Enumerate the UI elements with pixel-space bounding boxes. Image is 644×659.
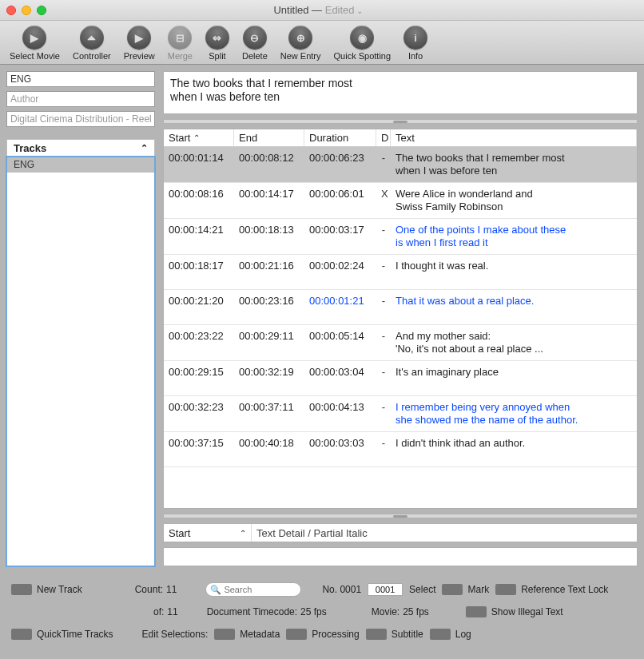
delete-button[interactable]: ⊖Delete: [237, 26, 272, 61]
of-label: of:: [153, 606, 164, 617]
log-button[interactable]: Log: [430, 629, 471, 640]
toolbar-label: Controller: [73, 51, 111, 61]
merge-button: ⊟Merge: [163, 26, 197, 61]
select-movie-button[interactable]: ▶Select Movie: [5, 26, 65, 61]
processing-icon: [286, 629, 307, 640]
track-item[interactable]: ENG: [7, 157, 154, 173]
table-row[interactable]: 00:00:01:1400:00:08:1200:00:06:23-The tw…: [164, 147, 637, 183]
cell-text: That it was about a real place.: [391, 295, 637, 308]
language-input[interactable]: ENG: [6, 71, 155, 87]
search-icon: 🔍: [210, 585, 221, 595]
cell-d: -: [376, 260, 391, 272]
film-icon: [11, 629, 32, 640]
ref-text-lock-button[interactable]: Reference Text Lock: [495, 584, 608, 595]
table-row[interactable]: 00:00:29:1500:00:32:1900:00:03:04-It's a…: [164, 361, 637, 396]
merge-icon: ⊟: [168, 26, 192, 50]
new-track-button[interactable]: New Track: [11, 584, 82, 595]
cell-duration: 00:00:06:01: [304, 188, 376, 200]
quicktime-tracks-button[interactable]: QuickTime Tracks: [11, 629, 113, 640]
doc-timecode-label: Document Timecode:: [207, 606, 297, 617]
metadata-button[interactable]: Metadata: [214, 629, 280, 640]
cell-start: 00:00:21:20: [164, 295, 234, 307]
cell-end: 00:00:21:16: [234, 260, 304, 272]
info-button[interactable]: iInfo: [399, 26, 432, 61]
cell-text: It's an imaginary place: [391, 366, 637, 379]
grid-body[interactable]: 00:00:01:1400:00:08:1200:00:06:23-The tw…: [164, 147, 637, 508]
cell-text: Were Alice in wonderland andSwiss Family…: [391, 188, 637, 213]
table-row[interactable]: 00:00:08:1600:00:14:1700:00:06:01XWere A…: [164, 183, 637, 219]
new-entry-button[interactable]: ⊕New Entry: [276, 26, 326, 61]
table-row[interactable]: 00:00:32:2300:00:37:1100:00:04:13-I reme…: [164, 396, 637, 432]
col-end[interactable]: End: [234, 129, 304, 146]
cell-duration: 00:00:01:21: [304, 295, 376, 307]
cell-d: -: [376, 295, 391, 307]
author-input[interactable]: Author: [6, 91, 155, 107]
col-d[interactable]: D: [376, 129, 391, 146]
preview-button[interactable]: ▶Preview: [119, 26, 160, 61]
chevron-down-icon[interactable]: ⌄: [356, 6, 363, 15]
number-input[interactable]: 0001: [368, 583, 403, 596]
cell-d: -: [376, 366, 391, 378]
minimize-icon[interactable]: [22, 6, 31, 15]
metadata-icon: [214, 629, 235, 640]
reel-id-input[interactable]: Digital Cinema Distribution - Reel ID: [6, 111, 155, 127]
table-row[interactable]: 00:00:18:1700:00:21:1600:00:02:24-I thou…: [164, 255, 637, 290]
detail-body[interactable]: [163, 547, 638, 566]
warning-icon: [466, 606, 487, 617]
controller-button[interactable]: ⏶Controller: [68, 26, 116, 61]
col-start[interactable]: Start⌃: [164, 129, 234, 146]
table-row[interactable]: 00:00:14:2100:00:18:1300:00:03:17-One of…: [164, 219, 637, 255]
cell-text: I remember being very annoyed whenshe sh…: [391, 401, 637, 427]
controller-icon: ⏶: [80, 26, 104, 50]
quick-spotting-button[interactable]: ◉Quick Spotting: [329, 26, 396, 61]
delete-icon: ⊖: [243, 26, 267, 50]
resize-grip[interactable]: [163, 119, 638, 124]
cell-start: 00:00:01:14: [164, 152, 234, 164]
tracks-list[interactable]: ENG: [6, 157, 155, 566]
movie-label: Movie:: [372, 606, 400, 617]
maximize-icon[interactable]: [37, 6, 46, 15]
cell-duration: 00:00:04:13: [304, 401, 376, 413]
mark-button[interactable]: Mark: [442, 584, 489, 595]
quick-spotting-icon: ◉: [350, 26, 374, 50]
col-duration[interactable]: Duration: [304, 129, 376, 146]
window-controls: [6, 6, 46, 15]
cell-start: 00:00:23:22: [164, 330, 234, 342]
bottom-bar: New Track Count: 11 🔍 No. 0001 0001 Sele…: [0, 573, 644, 656]
cell-duration: 00:00:03:17: [304, 224, 376, 236]
cell-duration: 00:00:02:24: [304, 260, 376, 272]
select-label: Select: [409, 584, 435, 595]
table-row[interactable]: 00:00:23:2200:00:29:1100:00:05:14-And my…: [164, 325, 637, 361]
cell-end: 00:00:23:16: [234, 295, 304, 307]
chevron-up-icon[interactable]: ⌃: [141, 143, 148, 153]
select-movie-icon: ▶: [22, 26, 46, 50]
toolbar-label: Merge: [168, 51, 193, 61]
cell-end: 00:00:37:11: [234, 401, 304, 413]
toolbar-label: Delete: [242, 51, 268, 61]
tracks-header[interactable]: Tracks ⌃: [6, 139, 155, 157]
detail-start-col[interactable]: Start⌃: [164, 524, 252, 542]
table-row[interactable]: 00:00:21:2000:00:23:1600:00:01:21-That i…: [164, 290, 637, 325]
subtitle-text-editor[interactable]: The two books that I remember mostwhen I…: [163, 71, 638, 114]
table-row[interactable]: 00:00:37:1500:00:40:1800:00:03:03-I didn…: [164, 432, 637, 467]
detail-text-col[interactable]: Text Detail / Partial Italic: [252, 527, 637, 539]
subtitle-grid: Start⌃ End Duration D Text 00:00:01:1400…: [163, 129, 638, 509]
cell-end: 00:00:32:19: [234, 366, 304, 378]
cell-start: 00:00:08:16: [164, 188, 234, 200]
of-value: 11: [167, 606, 177, 617]
cell-duration: 00:00:03:03: [304, 437, 376, 449]
show-illegal-text-button[interactable]: Show Illegal Text: [466, 606, 563, 617]
log-icon: [430, 629, 451, 640]
split-button[interactable]: ⇔Split: [201, 26, 234, 61]
cell-end: 00:00:29:11: [234, 330, 304, 342]
close-icon[interactable]: [6, 6, 16, 15]
subtitle-button[interactable]: Subtitle: [366, 629, 423, 640]
toolbar-label: Split: [209, 51, 225, 61]
search-wrap: 🔍: [205, 582, 301, 597]
resize-grip[interactable]: [163, 514, 638, 518]
col-text[interactable]: Text: [391, 129, 637, 146]
new-entry-icon: ⊕: [288, 26, 312, 50]
cell-end: 00:00:18:13: [234, 224, 304, 236]
processing-button[interactable]: Processing: [286, 629, 359, 640]
toolbar-label: Info: [408, 51, 423, 61]
